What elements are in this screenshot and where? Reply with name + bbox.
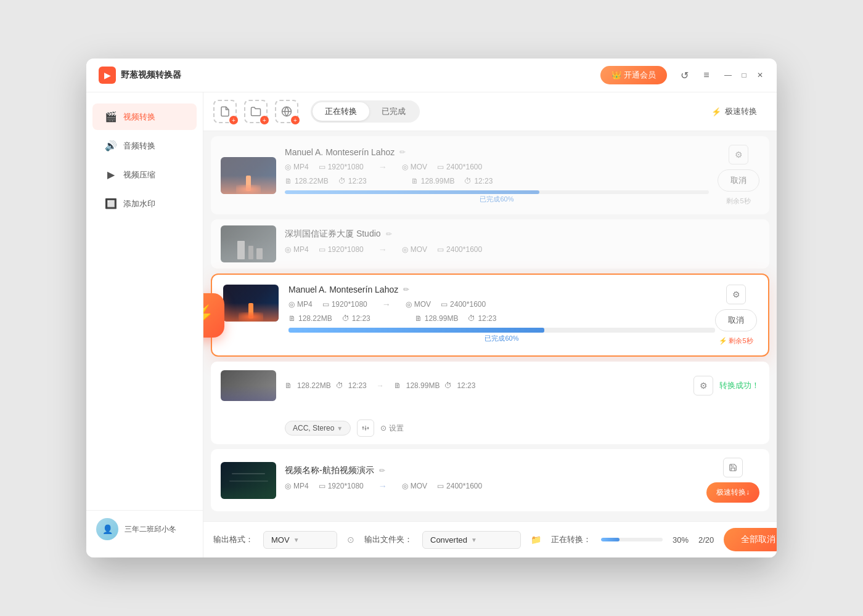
settings-icon-button-audio[interactable]: ⚙: [693, 376, 713, 395]
progress-wrapper: 已完成60%: [285, 190, 709, 204]
progress-fill: [285, 190, 539, 194]
file-actions-audio: ⚙ 转换成功！: [693, 376, 759, 395]
file-thumbnail: [221, 157, 276, 194]
user-area: 👤 三年二班邱小冬: [86, 510, 203, 548]
file-info-highlighted: Manuel A. Monteserín Lahoz ✏ ◎ MP4 ▭: [288, 285, 715, 343]
thumb-inner: [221, 462, 276, 499]
eq-button[interactable]: [357, 419, 374, 437]
sidebar-item-video-compress[interactable]: ▶ 视频压缩: [92, 161, 197, 188]
refresh-icon[interactable]: ↺: [677, 68, 692, 83]
tab-group: 正在转换 已完成: [311, 100, 420, 123]
sidebar-item-audio-convert[interactable]: 🔊 音频转换: [92, 132, 197, 159]
file-name: 视频名称-航拍视频演示: [285, 465, 374, 476]
file-list: Manuel A. Monteserín Lahoz ✏ ◎ MP4 ▭ 192…: [203, 131, 777, 521]
progress-bar: [285, 190, 709, 194]
progress-count: 2/20: [698, 535, 714, 545]
file-item: 深圳国信证券大厦 Studio ✏ ◎ MP4 ▭ 1920*1080: [211, 219, 769, 269]
file-name: Manuel A. Monteserín Lahoz: [285, 147, 395, 157]
file-name: 深圳国信证券大厦 Studio: [285, 229, 381, 240]
meta-src-size: 🗎 128.22MB: [285, 177, 329, 185]
edit-icon[interactable]: ✏: [399, 148, 406, 156]
meta-src-format: ◎ MP4: [285, 163, 309, 171]
chevron-down-format: ▼: [293, 537, 300, 543]
add-url-button[interactable]: +: [275, 100, 298, 123]
edit-icon[interactable]: ✏: [403, 285, 409, 294]
cancel-button[interactable]: 取消: [715, 309, 757, 331]
file-info: 深圳国信证券大厦 Studio ✏ ◎ MP4 ▭ 1920*1080: [285, 229, 759, 259]
file-name-row: Manuel A. Monteserín Lahoz ✏: [285, 147, 709, 157]
cancel-all-button[interactable]: 全部取消: [724, 528, 777, 551]
folder-open-icon[interactable]: 📁: [531, 535, 541, 545]
audio-convert-icon: 🔊: [105, 140, 117, 152]
thumb-inner: [221, 225, 276, 262]
output-format-label: 输出格式：: [213, 534, 253, 545]
settings-icon-button[interactable]: ⚙: [729, 145, 748, 164]
file-name-row: 视频名称-航拍视频演示 ✏: [285, 465, 698, 476]
file-actions-aerial: 极速转换↓: [706, 458, 759, 503]
user-avatar: 👤: [96, 518, 118, 540]
meta-src-dur: ⏱ 12:23: [338, 177, 367, 185]
highlighted-file-item: ⚡ Manuel A. Monteserín Lahoz: [211, 274, 769, 357]
toolbar: + + + 正在转换 已完成 ⚡ 极速转换: [203, 92, 777, 131]
meta-dst-format: ◎ MOV: [402, 163, 427, 171]
lightning-icon: ⚡: [711, 107, 721, 116]
settings-icon-button[interactable]: ⚙: [726, 285, 746, 304]
clock-icon2: ⏱: [464, 177, 472, 185]
file-thumbnail-unknown: [221, 370, 276, 401]
format-icon2: ◎: [402, 163, 408, 171]
bottom-progress-fill: [601, 538, 620, 541]
sidebar-item-watermark[interactable]: 🔲 添加水印: [92, 190, 197, 217]
plus-badge-url: +: [291, 116, 300, 124]
file-thumbnail-aerial: [221, 462, 276, 499]
file-save-icon[interactable]: [723, 458, 743, 477]
progress-percent: 30%: [673, 535, 689, 545]
menu-icon[interactable]: ≡: [699, 68, 714, 83]
audio-format-dropdown[interactable]: ACC, Stereo ▼: [285, 421, 351, 436]
minimize-button[interactable]: —: [724, 71, 732, 79]
tab-converting[interactable]: 正在转换: [313, 102, 369, 121]
converting-status-label: 正在转换：: [551, 534, 591, 545]
res-icon: ▭: [319, 163, 325, 171]
add-file-button[interactable]: +: [213, 100, 237, 123]
meta-dst-res: ▭ 2400*1600: [437, 163, 482, 171]
gear-icon-small: ⊙: [380, 424, 387, 432]
progress-fill: [288, 328, 544, 333]
main-window: ▶ 野葱视频转换器 👑 开通会员 ↺ ≡ — □ ✕ 🎬 视频转换 🔊 音频转换: [86, 59, 777, 557]
file-thumbnail: [221, 225, 276, 262]
file-item: Manuel A. Monteserín Lahoz ✏ ◎ MP4 ▭ 192…: [211, 136, 769, 214]
vip-button[interactable]: 👑 开通会员: [600, 66, 667, 84]
audio-row: ACC, Stereo ▼ ⊙ 设置: [211, 416, 414, 444]
tab-completed[interactable]: 已完成: [369, 102, 418, 121]
cancel-button[interactable]: 取消: [718, 169, 759, 192]
close-button[interactable]: ✕: [756, 71, 764, 79]
file-name-row: 深圳国信证券大厦 Studio ✏: [285, 229, 759, 240]
edit-icon[interactable]: ✏: [379, 466, 385, 475]
highlighted-item-container: ⚡ Manuel A. Monteserín Lahoz: [211, 274, 769, 357]
sidebar-item-label: 视频压缩: [123, 169, 155, 180]
chevron-down-folder: ▼: [471, 537, 477, 543]
file-icon2: 🗎: [411, 177, 419, 185]
output-format-dropdown[interactable]: MOV ▼: [263, 531, 337, 549]
title-bar: ▶ 野葱视频转换器 👑 开通会员 ↺ ≡ — □ ✕: [86, 59, 777, 92]
file-meta-2: 🗎 128.22MB ⏱ 12:23 🗎 128.99MB: [285, 177, 709, 185]
sidebar-item-label: 音频转换: [123, 140, 155, 152]
chevron-down-icon: ▼: [337, 425, 343, 432]
format-settings-icon[interactable]: ⊙: [347, 535, 354, 545]
sidebar-item-video-convert[interactable]: 🎬 视频转换: [92, 103, 197, 130]
thumb-inner: [221, 157, 276, 194]
file-thumbnail-highlighted: [223, 285, 279, 322]
file-meta: ◎ MP4 ▭ 1920*1080 → ◎ MOV: [285, 245, 759, 254]
lightning-badge: ⚡: [203, 293, 224, 338]
output-folder-dropdown[interactable]: Converted ▼: [422, 531, 521, 549]
maximize-button[interactable]: □: [740, 71, 748, 79]
fast-convert-button[interactable]: ⚡ 极速转换: [701, 101, 767, 122]
add-folder-button[interactable]: +: [244, 100, 268, 123]
edit-icon[interactable]: ✏: [386, 230, 392, 238]
lightning-small: ⚡: [719, 337, 727, 345]
fast-convert-button-small[interactable]: 极速转换↓: [706, 482, 759, 503]
lightning-glyph: ⚡: [203, 304, 215, 327]
watermark-icon: 🔲: [105, 198, 117, 209]
settings-text-button[interactable]: ⊙ 设置: [380, 423, 404, 434]
main-layout: 🎬 视频转换 🔊 音频转换 ▶ 视频压缩 🔲 添加水印 👤 三年二班邱小冬: [86, 92, 777, 557]
meta-dst-size: 🗎 128.99MB: [411, 177, 455, 185]
